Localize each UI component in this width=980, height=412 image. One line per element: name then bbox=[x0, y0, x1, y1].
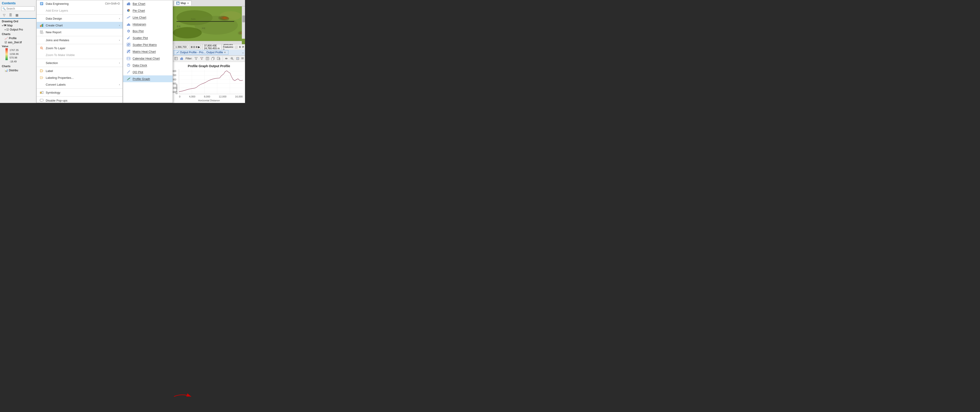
bar-chart-icon-small: 📊 bbox=[5, 69, 8, 72]
menu-symbology[interactable]: Symbology bbox=[37, 89, 123, 96]
toolbar-copy-btn[interactable] bbox=[211, 56, 215, 61]
svg-rect-115 bbox=[237, 58, 239, 59]
output-tab-close[interactable]: ✕ bbox=[224, 51, 226, 54]
submenu-histogram[interactable]: Histogram bbox=[123, 21, 173, 27]
profile-graph-label: Profile Graph bbox=[133, 77, 150, 81]
chart-area: Profile Graph Output Profile Elevation 1… bbox=[173, 62, 245, 103]
menu-joins-relates[interactable]: Joins and Relates › bbox=[37, 37, 123, 43]
menu-create-chart[interactable]: Create Chart › bbox=[37, 22, 123, 29]
menu-data-engineering[interactable]: Data Engineering Ctrl+Shift+D bbox=[37, 0, 123, 7]
disable-popups-label: Disable Pop-ups bbox=[46, 99, 120, 102]
pie-chart-label: Pie Chart bbox=[133, 9, 145, 12]
distribu-item[interactable]: 📊 Distribu bbox=[0, 68, 36, 72]
profile-graph-icon bbox=[126, 77, 131, 81]
charts-profile-item[interactable]: 📈 Profile bbox=[0, 36, 36, 40]
add-error-icon bbox=[39, 8, 44, 13]
svg-rect-50 bbox=[129, 45, 130, 46]
search-input[interactable] bbox=[6, 7, 33, 10]
zoom-layer-icon bbox=[39, 46, 44, 50]
submenu-qq-plot[interactable]: QQ Plot bbox=[123, 69, 173, 75]
grid-icons[interactable]: ⊞ ⊟ ⊕ ▶ bbox=[189, 45, 201, 49]
submenu-box-plot[interactable]: Box Plot bbox=[123, 27, 173, 34]
submenu-line-chart[interactable]: Line Chart bbox=[123, 14, 173, 21]
layers-icon[interactable]: ▦ bbox=[14, 13, 19, 18]
submenu-scatter-plot[interactable]: Scatter Plot bbox=[123, 34, 173, 41]
divider-6 bbox=[37, 88, 123, 89]
toolbar-filter2-btn[interactable] bbox=[199, 56, 204, 61]
pause-icon[interactable]: ⏸ bbox=[239, 46, 241, 48]
distribu-label: Distribu bbox=[9, 69, 18, 72]
map-tab[interactable]: Map ✕ bbox=[174, 1, 191, 5]
joins-arrow: › bbox=[119, 39, 120, 42]
toolbar-export-btn[interactable] bbox=[216, 56, 221, 61]
chart-plot[interactable]: 1,400 1,200 1,000 800 600 400 bbox=[179, 69, 243, 94]
refresh-icon[interactable]: ⟳ bbox=[242, 46, 244, 48]
submenu-calendar-heat-chart[interactable]: Calendar Heat Chart bbox=[123, 55, 173, 62]
search-box[interactable]: 🔍 bbox=[2, 6, 35, 11]
map-container[interactable]: 北北 Curro 中区 bbox=[173, 6, 245, 44]
tree-item-map[interactable]: ▾ 🗺 Map bbox=[0, 24, 36, 27]
map-label: Map bbox=[7, 24, 13, 27]
convert-labels-icon bbox=[39, 82, 44, 87]
map-scale[interactable]: 1:366,703 bbox=[174, 45, 188, 49]
toolbar-filter-btn[interactable] bbox=[194, 56, 199, 61]
menu-data-design[interactable]: Data Design › bbox=[37, 15, 123, 22]
toolbar-table-btn[interactable] bbox=[174, 56, 178, 61]
map-scrollbar-h[interactable] bbox=[173, 41, 242, 44]
svg-rect-92 bbox=[181, 57, 181, 60]
histogram-icon bbox=[126, 22, 131, 26]
toolbar-right-btn[interactable] bbox=[241, 57, 244, 61]
svg-rect-33 bbox=[127, 24, 128, 26]
export-icon[interactable]: ⬜ bbox=[234, 46, 238, 48]
submenu-data-clock[interactable]: Data Clock bbox=[123, 62, 173, 69]
zoom-to-layer-label: Zoom To Layer bbox=[46, 46, 120, 50]
svg-rect-53 bbox=[127, 50, 128, 51]
menu-selection[interactable]: Selection › bbox=[37, 59, 123, 66]
tree-item-aso[interactable]: ☑ aso_2kei.tif bbox=[0, 40, 36, 45]
aso-label: aso_2kei.tif bbox=[8, 41, 22, 44]
toolbar-zoom-fit-btn[interactable] bbox=[235, 56, 240, 61]
submenu-profile-graph[interactable]: Profile Graph bbox=[123, 75, 173, 82]
svg-rect-66 bbox=[129, 59, 130, 59]
output-profile-tab[interactable]: Output Profile - Pro... Output Profile ✕ bbox=[174, 50, 228, 55]
filter-icon[interactable]: ▽ bbox=[2, 13, 7, 18]
svg-point-82 bbox=[215, 16, 229, 22]
menu-labeling-properties[interactable]: Aa Labeling Properties... bbox=[37, 74, 123, 81]
menu-new-report[interactable]: New Report bbox=[37, 29, 123, 35]
menu-disable-popups[interactable]: Disable Pop-ups bbox=[37, 97, 123, 103]
menu-convert-labels[interactable]: Convert Labels › bbox=[37, 81, 123, 88]
menu-zoom-to-layer[interactable]: Zoom To Layer bbox=[37, 45, 123, 51]
svg-point-46 bbox=[129, 38, 129, 39]
toolbar-table2-btn[interactable] bbox=[205, 56, 210, 61]
toolbar-chart-btn[interactable] bbox=[180, 56, 184, 61]
chart-title: Profile Graph Output Profile bbox=[188, 64, 230, 68]
histogram-label: Histogram bbox=[133, 22, 146, 26]
output-tab-bar: Output Profile - Pro... Output Profile ✕… bbox=[173, 50, 245, 56]
tree-item-output-profile[interactable]: ▾ ☑ Output Pro bbox=[0, 27, 36, 32]
submenu-scatter-plot-matrix[interactable]: Scatter Plot Matrix bbox=[123, 41, 173, 48]
tab-expand-btn[interactable]: ⌄ bbox=[242, 51, 244, 54]
submenu-pie-chart[interactable]: Pie Chart bbox=[123, 7, 173, 14]
charts-section-label: Charts bbox=[0, 32, 36, 36]
data-clock-icon bbox=[126, 63, 131, 67]
database-icon[interactable]: 🗄 bbox=[8, 13, 13, 18]
svg-rect-35 bbox=[129, 24, 129, 26]
x-tick-16000: 16,000 bbox=[235, 95, 243, 98]
toolbar-zoom-in-btn[interactable] bbox=[229, 56, 234, 61]
toolbar-nav-btn[interactable] bbox=[224, 56, 229, 61]
map-scrollbar-v[interactable] bbox=[242, 6, 245, 39]
submenu-matrix-heat-chart[interactable]: Matrix Heat Chart bbox=[123, 48, 173, 55]
y-tick-400: 400 bbox=[173, 91, 176, 93]
map-tab-icon bbox=[176, 2, 180, 5]
x-tick-0: 0 bbox=[179, 95, 180, 98]
map-tab-close[interactable]: ✕ bbox=[187, 2, 189, 5]
selection-icon bbox=[39, 61, 44, 65]
right-area: Map ✕ bbox=[173, 0, 245, 103]
y-tick-1400: 1,400 bbox=[173, 70, 176, 72]
nav-arrow-icon: ▶ bbox=[198, 46, 200, 48]
symbology-icon bbox=[39, 90, 44, 95]
menu-label[interactable]: A Label bbox=[37, 67, 123, 74]
line-chart-label: Line Chart bbox=[133, 16, 146, 19]
submenu-bar-chart[interactable]: Bar Chart bbox=[123, 0, 173, 7]
map-coords[interactable]: 37,800.43E 24,760.45S m bbox=[202, 44, 222, 50]
